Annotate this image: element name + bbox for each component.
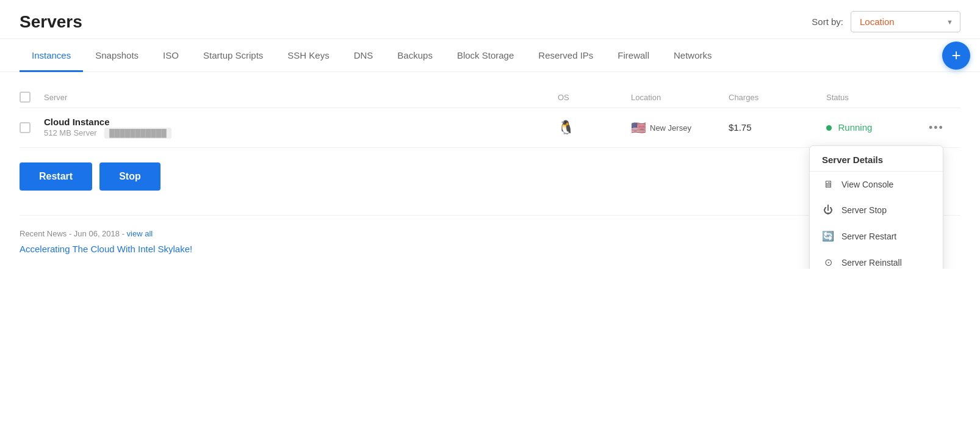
dropdown-server-stop[interactable]: ⏻ Server Stop xyxy=(810,197,943,223)
col-status: Status xyxy=(826,93,924,102)
dropdown-server-reinstall[interactable]: ⊙ Server Reinstall xyxy=(810,249,943,269)
tab-ssh-keys[interactable]: SSH Keys xyxy=(275,39,341,72)
col-os: OS xyxy=(558,93,631,102)
restart-icon: 🔄 xyxy=(822,230,834,242)
server-reinstall-label: Server Reinstall xyxy=(841,258,902,268)
main-content: Server OS Location Charges Status Cloud … xyxy=(0,72,980,269)
charges-cell: $1.75 xyxy=(729,122,826,133)
server-stop-label: Server Stop xyxy=(841,205,887,215)
tab-iso[interactable]: ISO xyxy=(151,39,191,72)
tab-snapshots[interactable]: Snapshots xyxy=(83,39,151,72)
location-cell: 🇺🇸 New Jersey xyxy=(631,120,729,135)
location-name: New Jersey xyxy=(650,123,691,133)
os-icon: 🐧 xyxy=(558,120,574,135)
checkbox-header[interactable] xyxy=(20,92,44,103)
dropdown-view-console[interactable]: 🖥 View Console xyxy=(810,172,943,197)
context-dropdown: Server Details 🖥 View Console ⏻ Server S… xyxy=(809,145,943,269)
news-meta: Recent News - Jun 06, 2018 - xyxy=(20,229,127,238)
tab-backups[interactable]: Backups xyxy=(385,39,445,72)
sort-select[interactable]: Location Date Name xyxy=(851,11,960,32)
server-spec: 512 MB Server xyxy=(44,128,97,137)
view-console-label: View Console xyxy=(841,180,893,189)
tab-startup-scripts[interactable]: Startup Scripts xyxy=(191,39,275,72)
restart-button[interactable]: Restart xyxy=(20,162,92,191)
view-all-link[interactable]: view all xyxy=(127,229,153,238)
tab-networks[interactable]: Networks xyxy=(661,39,724,72)
row-select-checkbox[interactable] xyxy=(20,122,31,133)
charges-value: $1.75 xyxy=(729,122,752,133)
monitor-icon: 🖥 xyxy=(822,179,834,190)
sort-area: Sort by: Location Date Name xyxy=(812,11,960,32)
more-options-button[interactable]: ••• xyxy=(924,119,949,137)
tab-firewall[interactable]: Firewall xyxy=(605,39,661,72)
tab-block-storage[interactable]: Block Storage xyxy=(445,39,526,72)
dropdown-title: Server Details xyxy=(810,146,943,172)
location-flag: 🇺🇸 xyxy=(631,120,646,135)
select-all-checkbox[interactable] xyxy=(20,92,31,103)
server-restart-label: Server Restart xyxy=(841,231,896,241)
server-info: Cloud Instance 512 MB Server ███████████ xyxy=(44,117,558,139)
table-row: Cloud Instance 512 MB Server ███████████… xyxy=(20,108,960,148)
sort-label: Sort by: xyxy=(812,16,843,27)
tab-instances[interactable]: Instances xyxy=(20,39,83,72)
reinstall-icon: ⊙ xyxy=(822,257,834,268)
tabs-navigation: Instances Snapshots ISO Startup Scripts … xyxy=(0,39,980,72)
add-server-button[interactable]: + xyxy=(942,42,970,70)
status-text: Running xyxy=(838,122,872,133)
col-charges: Charges xyxy=(729,93,826,102)
page-header: Servers Sort by: Location Date Name xyxy=(0,0,980,39)
actions-cell[interactable]: ••• xyxy=(924,119,960,137)
stop-button[interactable]: Stop xyxy=(99,162,160,191)
table-header: Server OS Location Charges Status xyxy=(20,87,960,108)
status-indicator xyxy=(826,125,832,131)
dropdown-server-restart[interactable]: 🔄 Server Restart xyxy=(810,223,943,249)
col-location: Location xyxy=(631,93,729,102)
col-server: Server xyxy=(44,93,558,102)
row-checkbox[interactable] xyxy=(20,122,44,133)
sort-select-wrapper[interactable]: Location Date Name xyxy=(851,11,960,32)
tab-dns[interactable]: DNS xyxy=(342,39,386,72)
tab-reserved-ips[interactable]: Reserved IPs xyxy=(526,39,605,72)
power-icon: ⏻ xyxy=(822,205,834,216)
page-title: Servers xyxy=(20,12,82,32)
server-ip: ███████████ xyxy=(104,128,171,139)
status-cell: Running xyxy=(826,122,924,133)
os-cell: 🐧 xyxy=(558,120,631,136)
server-name: Cloud Instance xyxy=(44,117,558,127)
